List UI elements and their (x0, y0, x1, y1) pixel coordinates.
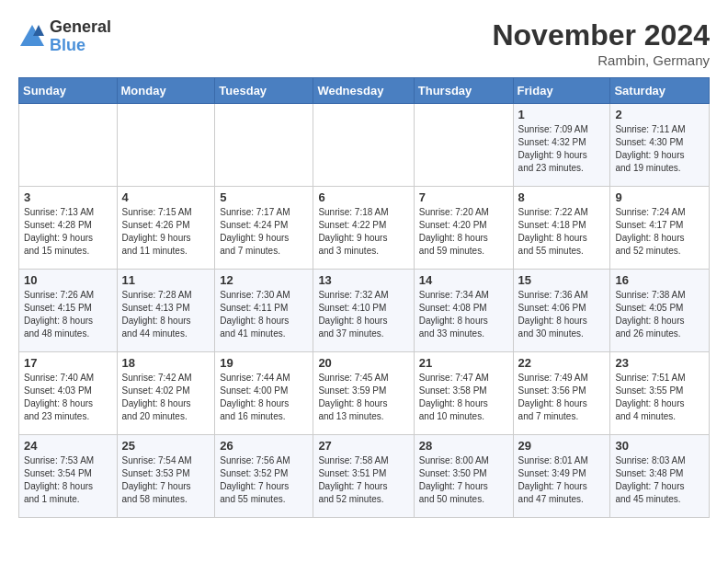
day-info: Sunrise: 7:18 AM Sunset: 4:22 PM Dayligh… (318, 206, 408, 258)
calendar-cell-1-7: 2Sunrise: 7:11 AM Sunset: 4:30 PM Daylig… (610, 104, 710, 187)
day-number: 28 (419, 439, 508, 453)
calendar-header-row: SundayMondayTuesdayWednesdayThursdayFrid… (19, 78, 710, 104)
calendar-header-tuesday: Tuesday (215, 78, 313, 104)
calendar-cell-3-2: 11Sunrise: 7:28 AM Sunset: 4:13 PM Dayli… (117, 270, 215, 352)
calendar-cell-4-6: 22Sunrise: 7:49 AM Sunset: 3:56 PM Dayli… (513, 352, 610, 435)
calendar-cell-3-7: 16Sunrise: 7:38 AM Sunset: 4:05 PM Dayli… (610, 270, 710, 352)
calendar-cell-1-1 (19, 104, 118, 187)
calendar-week-5: 24Sunrise: 7:53 AM Sunset: 3:54 PM Dayli… (19, 435, 710, 518)
calendar-cell-1-2 (117, 104, 215, 187)
day-info: Sunrise: 7:42 AM Sunset: 4:02 PM Dayligh… (122, 372, 210, 423)
day-number: 15 (518, 273, 606, 287)
calendar-cell-5-4: 27Sunrise: 7:58 AM Sunset: 3:51 PM Dayli… (313, 435, 414, 518)
day-number: 6 (318, 190, 408, 204)
calendar-header-monday: Monday (117, 78, 215, 104)
day-number: 10 (24, 273, 112, 287)
day-number: 25 (122, 439, 210, 453)
calendar-week-1: 1Sunrise: 7:09 AM Sunset: 4:32 PM Daylig… (19, 104, 710, 187)
calendar-cell-5-6: 29Sunrise: 8:01 AM Sunset: 3:49 PM Dayli… (513, 435, 610, 518)
calendar-cell-2-4: 6Sunrise: 7:18 AM Sunset: 4:22 PM Daylig… (313, 187, 414, 270)
day-number: 9 (615, 190, 704, 204)
day-info: Sunrise: 8:01 AM Sunset: 3:49 PM Dayligh… (518, 454, 606, 506)
calendar-cell-4-4: 20Sunrise: 7:45 AM Sunset: 3:59 PM Dayli… (313, 352, 414, 435)
day-info: Sunrise: 7:11 AM Sunset: 4:30 PM Dayligh… (615, 123, 704, 175)
day-number: 20 (318, 356, 408, 370)
calendar-cell-1-5 (414, 104, 513, 187)
day-info: Sunrise: 7:17 AM Sunset: 4:24 PM Dayligh… (220, 206, 308, 258)
calendar-cell-5-5: 28Sunrise: 8:00 AM Sunset: 3:50 PM Dayli… (414, 435, 513, 518)
day-info: Sunrise: 7:28 AM Sunset: 4:13 PM Dayligh… (122, 289, 210, 340)
day-info: Sunrise: 7:44 AM Sunset: 4:00 PM Dayligh… (220, 372, 308, 423)
calendar-cell-3-3: 12Sunrise: 7:30 AM Sunset: 4:11 PM Dayli… (215, 270, 313, 352)
location: Rambin, Germany (492, 52, 710, 68)
day-number: 24 (24, 439, 112, 453)
day-info: Sunrise: 7:54 AM Sunset: 3:53 PM Dayligh… (122, 454, 210, 506)
calendar-cell-4-5: 21Sunrise: 7:47 AM Sunset: 3:58 PM Dayli… (414, 352, 513, 435)
calendar-cell-3-4: 13Sunrise: 7:32 AM Sunset: 4:10 PM Dayli… (313, 270, 414, 352)
calendar-cell-5-3: 26Sunrise: 7:56 AM Sunset: 3:52 PM Dayli… (215, 435, 313, 518)
day-number: 5 (220, 190, 308, 204)
calendar-cell-2-3: 5Sunrise: 7:17 AM Sunset: 4:24 PM Daylig… (215, 187, 313, 270)
day-info: Sunrise: 7:22 AM Sunset: 4:18 PM Dayligh… (518, 206, 606, 258)
calendar-cell-4-3: 19Sunrise: 7:44 AM Sunset: 4:00 PM Dayli… (215, 352, 313, 435)
day-info: Sunrise: 7:30 AM Sunset: 4:11 PM Dayligh… (220, 289, 308, 340)
page-header: General Blue November 2024 Rambin, Germa… (18, 18, 710, 68)
day-number: 3 (24, 190, 112, 204)
calendar-header-wednesday: Wednesday (313, 78, 414, 104)
day-info: Sunrise: 7:38 AM Sunset: 4:05 PM Dayligh… (615, 289, 704, 340)
day-number: 7 (419, 190, 508, 204)
logo-text: General Blue (50, 18, 111, 55)
day-number: 1 (518, 108, 606, 121)
calendar-cell-2-2: 4Sunrise: 7:15 AM Sunset: 4:26 PM Daylig… (117, 187, 215, 270)
day-number: 27 (318, 439, 408, 453)
day-info: Sunrise: 7:20 AM Sunset: 4:20 PM Dayligh… (419, 206, 508, 258)
day-info: Sunrise: 7:45 AM Sunset: 3:59 PM Dayligh… (318, 372, 408, 423)
calendar-cell-4-2: 18Sunrise: 7:42 AM Sunset: 4:02 PM Dayli… (117, 352, 215, 435)
day-number: 18 (122, 356, 210, 370)
day-info: Sunrise: 7:15 AM Sunset: 4:26 PM Dayligh… (122, 206, 210, 258)
logo-icon (18, 23, 46, 51)
title-block: November 2024 Rambin, Germany (492, 18, 710, 68)
calendar-cell-1-4 (313, 104, 414, 187)
day-number: 26 (220, 439, 308, 453)
day-number: 14 (419, 273, 508, 287)
day-number: 16 (615, 273, 704, 287)
day-info: Sunrise: 7:09 AM Sunset: 4:32 PM Dayligh… (518, 123, 606, 175)
logo-general: General (50, 18, 111, 37)
day-info: Sunrise: 7:56 AM Sunset: 3:52 PM Dayligh… (220, 454, 308, 506)
calendar-cell-3-1: 10Sunrise: 7:26 AM Sunset: 4:15 PM Dayli… (19, 270, 118, 352)
calendar-week-2: 3Sunrise: 7:13 AM Sunset: 4:28 PM Daylig… (19, 187, 710, 270)
calendar-cell-5-2: 25Sunrise: 7:54 AM Sunset: 3:53 PM Dayli… (117, 435, 215, 518)
day-number: 12 (220, 273, 308, 287)
day-number: 13 (318, 273, 408, 287)
day-number: 11 (122, 273, 210, 287)
calendar-cell-3-5: 14Sunrise: 7:34 AM Sunset: 4:08 PM Dayli… (414, 270, 513, 352)
day-info: Sunrise: 7:36 AM Sunset: 4:06 PM Dayligh… (518, 289, 606, 340)
day-number: 22 (518, 356, 606, 370)
calendar-header-sunday: Sunday (19, 78, 118, 104)
day-info: Sunrise: 7:47 AM Sunset: 3:58 PM Dayligh… (419, 372, 508, 423)
day-info: Sunrise: 8:00 AM Sunset: 3:50 PM Dayligh… (419, 454, 508, 506)
calendar-cell-2-6: 8Sunrise: 7:22 AM Sunset: 4:18 PM Daylig… (513, 187, 610, 270)
calendar-week-4: 17Sunrise: 7:40 AM Sunset: 4:03 PM Dayli… (19, 352, 710, 435)
calendar-header-saturday: Saturday (610, 78, 710, 104)
logo: General Blue (18, 18, 111, 55)
day-number: 17 (24, 356, 112, 370)
day-number: 30 (615, 439, 704, 453)
day-number: 21 (419, 356, 508, 370)
month-title: November 2024 (492, 18, 710, 52)
day-info: Sunrise: 7:49 AM Sunset: 3:56 PM Dayligh… (518, 372, 606, 423)
calendar-table: SundayMondayTuesdayWednesdayThursdayFrid… (18, 77, 710, 518)
day-info: Sunrise: 7:58 AM Sunset: 3:51 PM Dayligh… (318, 454, 408, 506)
calendar-cell-2-7: 9Sunrise: 7:24 AM Sunset: 4:17 PM Daylig… (610, 187, 710, 270)
day-info: Sunrise: 7:53 AM Sunset: 3:54 PM Dayligh… (24, 454, 112, 506)
day-number: 2 (615, 108, 704, 121)
day-info: Sunrise: 7:51 AM Sunset: 3:55 PM Dayligh… (615, 372, 704, 423)
day-info: Sunrise: 7:32 AM Sunset: 4:10 PM Dayligh… (318, 289, 408, 340)
logo-blue: Blue (50, 37, 111, 55)
calendar-cell-4-1: 17Sunrise: 7:40 AM Sunset: 4:03 PM Dayli… (19, 352, 118, 435)
day-info: Sunrise: 8:03 AM Sunset: 3:48 PM Dayligh… (615, 454, 704, 506)
day-info: Sunrise: 7:24 AM Sunset: 4:17 PM Dayligh… (615, 206, 704, 258)
day-info: Sunrise: 7:26 AM Sunset: 4:15 PM Dayligh… (24, 289, 112, 340)
calendar-cell-5-7: 30Sunrise: 8:03 AM Sunset: 3:48 PM Dayli… (610, 435, 710, 518)
